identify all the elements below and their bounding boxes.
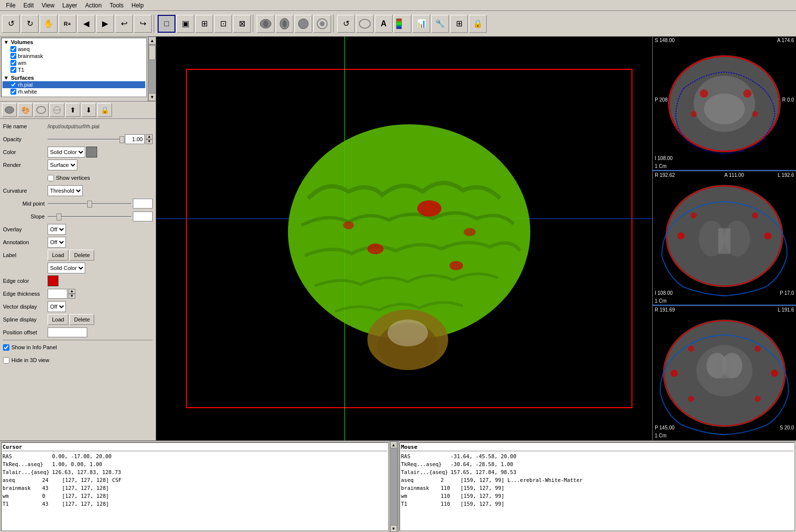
toolbar-view-quad3[interactable]: ⊡ [214, 15, 232, 33]
tree-item-brainmask[interactable]: brainmask [2, 53, 145, 59]
cursor-scroll-track[interactable] [390, 448, 398, 525]
menu-layer[interactable]: Layer [58, 1, 81, 10]
label-color-dropdown[interactable]: Solid Color [48, 263, 85, 273]
icon-btn-surface[interactable] [34, 103, 49, 117]
toolbar-view-quad1[interactable]: ▣ [176, 15, 194, 33]
show-info-checkbox[interactable] [3, 344, 9, 351]
wm-checkbox[interactable] [10, 60, 16, 66]
cursor-scroll-down[interactable]: ▼ [390, 525, 397, 532]
toolbar-brain5[interactable] [356, 15, 374, 33]
scroll-down[interactable]: ▼ [148, 93, 156, 101]
center-3d-view[interactable] [156, 37, 652, 440]
toolbar-view-quad2[interactable]: ⊞ [195, 15, 213, 33]
slope-slider[interactable] [48, 216, 132, 217]
tree-item-wm[interactable]: wm [2, 59, 145, 66]
toolbar-undo[interactable]: ↩ [115, 15, 133, 33]
volumes-header[interactable]: ▼ Volumes [2, 39, 145, 46]
scroll-up[interactable]: ▲ [148, 37, 156, 45]
slope-handle[interactable] [57, 213, 61, 220]
midpoint-slider[interactable] [48, 203, 132, 205]
icon-btn-brain-view[interactable] [2, 103, 17, 117]
slope-input[interactable]: 10 [133, 212, 153, 221]
layer-tree[interactable]: ▼ Volumes aseq brainmask [1, 38, 147, 97]
render-dropdown[interactable]: Surface [48, 160, 77, 170]
toolbar-brain1[interactable] [257, 15, 275, 33]
opacity-handle[interactable] [119, 136, 124, 143]
tree-scrollbar[interactable]: ▲ ▼ [148, 37, 156, 101]
toolbar-pan[interactable]: ✋ [40, 15, 57, 33]
edge-color-swatch[interactable] [48, 275, 58, 286]
label-delete-button[interactable]: Delete [69, 250, 94, 261]
position-offset-input[interactable]: 0 0 0 [48, 327, 87, 337]
coronal-svg [653, 171, 796, 306]
toolbar-brain2[interactable] [276, 15, 293, 33]
opacity-spin-down[interactable]: ▼ [146, 139, 153, 144]
midpoint-handle[interactable] [87, 201, 92, 208]
toolbar-lock[interactable]: 🔒 [469, 15, 487, 33]
toolbar-next[interactable]: ▶ [96, 15, 114, 33]
toolbar-refresh[interactable]: ↺ [337, 15, 355, 33]
toolbar-text[interactable]: A [375, 15, 393, 33]
color-dropdown[interactable]: Solid Color [48, 147, 85, 158]
mouse-section: Mouse RAS -31.64, -45.58, 20.00 TkReq...… [398, 441, 796, 532]
toolbar-rotate-right[interactable]: ↻ [21, 15, 39, 33]
cursor-scroll-up[interactable]: ▲ [390, 441, 397, 448]
label-load-button[interactable]: Load [48, 250, 68, 261]
edge-thickness-up[interactable]: ▲ [68, 289, 75, 294]
color-swatch[interactable] [86, 147, 97, 158]
tree-item-rh-white[interactable]: rh.white [2, 88, 145, 95]
tree-item-aseq[interactable]: aseq [2, 46, 145, 53]
right-panel-axial[interactable]: R 191.69 L 191.6 P 145.00 1 Cm S 20.0 [653, 306, 796, 440]
scroll-track[interactable] [148, 45, 156, 93]
toolbar-colorbar[interactable] [394, 15, 411, 33]
edge-thickness-down[interactable]: ▼ [68, 294, 75, 299]
menu-file[interactable]: File [2, 1, 19, 10]
curvature-dropdown[interactable]: Threshold [48, 185, 83, 196]
icon-btn-lock[interactable]: 🔒 [97, 103, 112, 117]
icon-btn-up[interactable]: ⬆ [65, 103, 80, 117]
scroll-thumb[interactable] [149, 45, 156, 60]
rh-pial-checkbox[interactable] [10, 82, 16, 88]
tree-item-t1[interactable]: T1 [2, 66, 145, 73]
toolbar-grid[interactable]: ⊞ [450, 15, 468, 33]
midpoint-input[interactable]: 0 [133, 199, 153, 209]
overlay-dropdown[interactable]: Off [48, 224, 66, 235]
aseq-checkbox[interactable] [10, 46, 16, 52]
toolbar-rplus[interactable]: R+ [58, 15, 76, 33]
tree-item-rh-pial[interactable]: rh.pial [2, 81, 145, 88]
right-panel-sagittal[interactable]: S 148.00 A 174.6 P 208.09 R 0.0 I 108.00… [653, 37, 796, 171]
right-panel-coronal[interactable]: R 192.62 L 192.6 I 108.00 1 Cm P 17.0 A … [653, 171, 796, 306]
icon-btn-down[interactable]: ⬇ [81, 103, 96, 117]
menu-edit[interactable]: Edit [19, 1, 38, 10]
t1-checkbox[interactable] [10, 67, 16, 73]
toolbar-chart[interactable]: 📊 [412, 15, 430, 33]
toolbar-view-quad4[interactable]: ⊠ [233, 15, 251, 33]
vector-display-dropdown[interactable]: Off [48, 301, 66, 312]
edge-thickness-input[interactable]: 2 [48, 289, 67, 299]
show-vertices-checkbox[interactable] [48, 175, 54, 181]
surfaces-header[interactable]: ▼ Surfaces [2, 74, 145, 81]
toolbar-rotate-left[interactable]: ↺ [2, 15, 20, 33]
opacity-slider[interactable] [48, 139, 124, 140]
toolbar-redo[interactable]: ↪ [134, 15, 152, 33]
menu-help[interactable]: Help [127, 1, 148, 10]
menu-action[interactable]: Action [81, 1, 106, 10]
opacity-input[interactable]: 1.00 [125, 134, 145, 144]
annotation-dropdown[interactable]: Off [48, 237, 66, 248]
menu-tools[interactable]: Tools [106, 1, 127, 10]
toolbar-brain3[interactable] [294, 15, 312, 33]
icon-btn-color[interactable]: 🎨 [18, 103, 33, 117]
toolbar-settings1[interactable]: 🔧 [431, 15, 449, 33]
toolbar-brain4[interactable] [313, 15, 331, 33]
spline-load-button[interactable]: Load [48, 314, 68, 325]
cursor-scrollbar[interactable]: ▲ ▼ [390, 441, 398, 532]
menu-view[interactable]: View [38, 1, 58, 10]
brainmask-checkbox[interactable] [10, 53, 16, 59]
icon-btn-mesh[interactable] [50, 103, 64, 117]
toolbar-view-single[interactable]: □ [158, 15, 175, 33]
hide-3d-checkbox[interactable] [3, 357, 9, 364]
toolbar-prev[interactable]: ◀ [77, 15, 95, 33]
opacity-spin-up[interactable]: ▲ [146, 134, 153, 139]
rh-white-checkbox[interactable] [10, 89, 16, 95]
spline-delete-button[interactable]: Delete [69, 314, 94, 325]
